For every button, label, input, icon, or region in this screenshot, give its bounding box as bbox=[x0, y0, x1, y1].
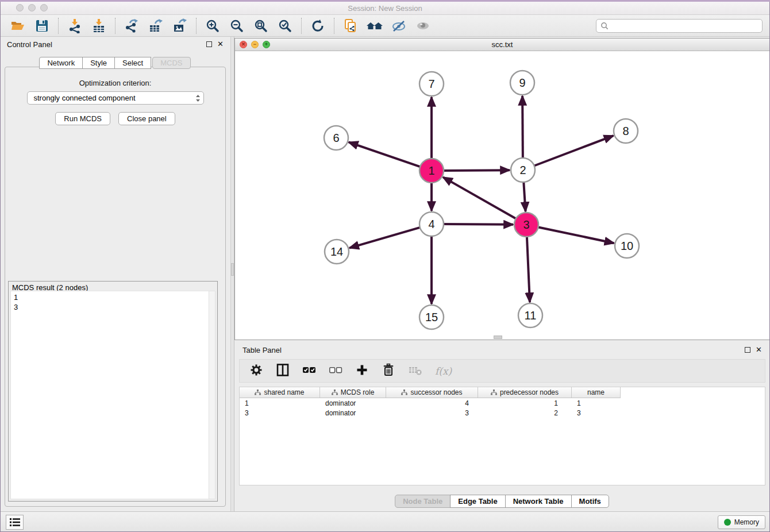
column-header-mcds-role[interactable]: MCDS role bbox=[320, 387, 386, 398]
graph-node-label: 4 bbox=[428, 218, 434, 230]
save-session-button[interactable] bbox=[30, 17, 54, 35]
zoom-fit-icon bbox=[253, 18, 268, 33]
column-type-icon bbox=[255, 390, 261, 395]
run-mcds-button[interactable]: Run MCDS bbox=[55, 112, 110, 125]
toolbar-separator bbox=[58, 18, 59, 34]
maximize-network-button[interactable]: + bbox=[263, 41, 270, 48]
network-window-titlebar[interactable]: scc.txt ✕ − + bbox=[235, 38, 769, 51]
graph-edge-3-11[interactable] bbox=[527, 236, 530, 302]
tab-network[interactable]: Network bbox=[39, 57, 83, 69]
network-window-buttons: ✕ − + bbox=[240, 41, 270, 48]
memory-button[interactable]: Memory bbox=[718, 515, 765, 529]
column-type-icon bbox=[401, 390, 407, 395]
control-panel: Control Panel ✕ Network Style Select MCD… bbox=[0, 37, 230, 511]
graph-edge-2-9[interactable] bbox=[522, 96, 523, 159]
clone-network-button[interactable] bbox=[338, 17, 363, 35]
table-settings-button[interactable] bbox=[249, 363, 264, 380]
show-column-panel-button[interactable] bbox=[275, 363, 290, 380]
zoom-selected-button[interactable] bbox=[273, 17, 297, 35]
tab-network-table[interactable]: Network Table bbox=[505, 495, 572, 508]
table-row[interactable]: 3dominator323 bbox=[240, 408, 765, 418]
memory-label: Memory bbox=[734, 518, 759, 526]
column-header-shared-name[interactable]: shared name bbox=[240, 387, 320, 398]
graph-edge-4-3[interactable] bbox=[442, 224, 513, 225]
close-table-panel-icon[interactable]: ✕ bbox=[756, 347, 762, 353]
mcds-result-area[interactable]: 1 3 bbox=[10, 291, 215, 499]
zoom-fit-button[interactable] bbox=[249, 17, 273, 35]
tab-select[interactable]: Select bbox=[114, 57, 151, 69]
minimize-network-button[interactable]: − bbox=[251, 41, 259, 48]
mcds-result-text: 1 3 bbox=[11, 291, 215, 313]
dropdown-stepper-icon bbox=[195, 94, 201, 102]
window-title: Session: New Session bbox=[348, 4, 422, 13]
create-column-button[interactable] bbox=[355, 363, 369, 380]
zoom-out-button[interactable] bbox=[225, 17, 249, 35]
import-network-button[interactable] bbox=[63, 17, 87, 35]
open-session-button[interactable] bbox=[6, 17, 30, 35]
delete-table-button[interactable] bbox=[407, 363, 424, 380]
close-network-button[interactable]: ✕ bbox=[240, 41, 247, 48]
tab-mcds[interactable]: MCDS bbox=[152, 57, 190, 69]
search-input[interactable] bbox=[609, 20, 762, 32]
unselect-all-columns-button[interactable] bbox=[328, 363, 343, 380]
import-table-button[interactable] bbox=[87, 17, 111, 35]
toolbar-separator bbox=[196, 18, 197, 34]
criterion-dropdown[interactable]: strongly connected component bbox=[27, 91, 204, 105]
zoom-in-button[interactable] bbox=[201, 17, 225, 35]
show-graphics-button[interactable] bbox=[411, 17, 435, 35]
float-table-panel-icon[interactable] bbox=[745, 347, 750, 353]
tab-style[interactable]: Style bbox=[82, 57, 115, 69]
tab-node-table[interactable]: Node Table bbox=[395, 495, 451, 508]
optimization-criterion-label: Optimization criterion: bbox=[5, 79, 225, 87]
hide-details-button[interactable] bbox=[387, 17, 411, 35]
tab-motifs[interactable]: Motifs bbox=[571, 495, 609, 508]
import-table-icon bbox=[91, 18, 106, 33]
home-view-button[interactable] bbox=[363, 17, 387, 35]
table-cell: 4 bbox=[386, 399, 478, 407]
graph-edge-1-6[interactable] bbox=[349, 142, 421, 167]
network-canvas[interactable]: 7968124314101511 bbox=[235, 52, 769, 340]
select-all-columns-button[interactable] bbox=[302, 363, 317, 380]
graph-edge-2-8[interactable] bbox=[533, 136, 614, 166]
export-table-button[interactable] bbox=[144, 17, 168, 35]
graph-edge-2-3[interactable] bbox=[523, 181, 525, 211]
gear-icon bbox=[249, 363, 264, 377]
column-header-predecessor-nodes[interactable]: predecessor nodes bbox=[478, 387, 572, 398]
splitter-handle[interactable] bbox=[231, 263, 234, 276]
network-resize-handle[interactable] bbox=[494, 336, 502, 339]
float-panel-icon[interactable] bbox=[206, 41, 212, 47]
column-label: successor nodes bbox=[410, 388, 462, 396]
close-panel-icon[interactable]: ✕ bbox=[217, 41, 224, 47]
function-builder-button[interactable]: f(x) bbox=[435, 365, 452, 377]
column-header-successor-nodes[interactable]: successor nodes bbox=[386, 387, 478, 398]
column-label: MCDS role bbox=[341, 388, 375, 396]
graph-edge-4-14[interactable] bbox=[349, 227, 421, 248]
export-image-button[interactable] bbox=[168, 17, 192, 35]
graph-edge-3-1[interactable] bbox=[443, 177, 517, 219]
node-table-body: 1dominator4113dominator323 bbox=[240, 398, 765, 418]
tab-edge-table[interactable]: Edge Table bbox=[450, 495, 505, 508]
control-panel-header: Control Panel ✕ bbox=[0, 37, 230, 52]
graph-node-label: 6 bbox=[333, 132, 339, 144]
close-panel-button[interactable]: Close panel bbox=[118, 112, 175, 125]
column-header-name[interactable]: name bbox=[572, 387, 620, 398]
task-history-button[interactable] bbox=[6, 515, 24, 530]
graph-edge-3-10[interactable] bbox=[537, 227, 614, 243]
title-bar: Session: New Session bbox=[0, 2, 770, 15]
apply-layout-button[interactable] bbox=[306, 17, 330, 35]
network-window-title: scc.txt bbox=[235, 40, 769, 49]
panel-splitter[interactable] bbox=[230, 37, 234, 511]
close-window-button[interactable] bbox=[16, 4, 24, 11]
mcds-panel: Optimization criterion: strongly connect… bbox=[5, 67, 226, 507]
minimize-window-button[interactable] bbox=[28, 4, 36, 11]
export-network-button[interactable] bbox=[120, 17, 144, 35]
delete-column-button[interactable] bbox=[381, 363, 396, 380]
graph-edge-1-2[interactable] bbox=[442, 170, 510, 171]
column-type-icon bbox=[332, 390, 338, 395]
table-row[interactable]: 1dominator411 bbox=[240, 398, 765, 408]
result-scrollbar[interactable] bbox=[209, 291, 215, 499]
eye-icon bbox=[415, 18, 431, 33]
column-label: shared name bbox=[264, 388, 304, 396]
zoom-window-button[interactable] bbox=[40, 4, 48, 11]
graph-node-label: 15 bbox=[425, 311, 438, 323]
